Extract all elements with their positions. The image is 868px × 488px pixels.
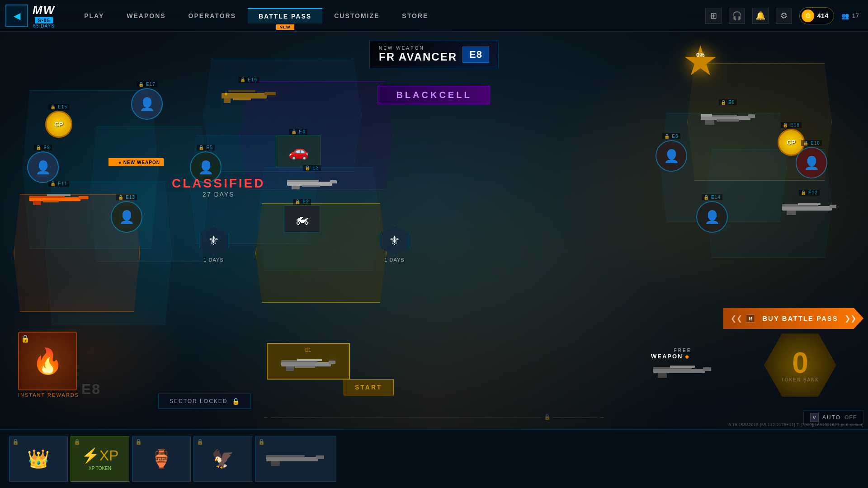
instant-rewards-area[interactable]: 🔥 🔒 INSTANT REWARDS — [18, 332, 79, 398]
nav-operators[interactable]: OPERATORS — [178, 9, 247, 23]
shield-right: ⚜ — [380, 226, 409, 255]
settings-button[interactable]: ⚙ — [776, 8, 792, 24]
nav-battle-pass[interactable]: BATTLE PASS NEW — [248, 8, 322, 23]
star-percentage: 0% — [696, 52, 705, 58]
weapon-e1 — [277, 352, 340, 375]
node-e16-label: 🔒 E16 — [781, 122, 802, 128]
node-e3[interactable]: 🔒 E3 — [280, 165, 344, 194]
auto-toggle-key: V — [810, 413, 819, 422]
node-e14[interactable]: 🔒 E14 👤 — [696, 194, 728, 233]
lock-icon-5: 🔒 — [258, 439, 265, 445]
friends-display[interactable]: 👥 17 — [841, 12, 859, 19]
svg-rect-2 — [228, 90, 255, 92]
vehicle-e2: 🏍 — [284, 206, 320, 233]
node-e11[interactable]: 🔒 E11 — [27, 181, 90, 210]
svg-rect-37 — [658, 373, 667, 378]
node-e12-label: 🔒 E12 — [799, 190, 820, 196]
nav-customize[interactable]: CUSTOMIZE — [323, 9, 390, 23]
new-weapon-tag: ◆ ● NEW WEAPON — [108, 158, 164, 166]
node-e2[interactable]: 🔒 E2 🏍 — [284, 199, 320, 233]
friends-count: 17 — [852, 12, 859, 19]
svg-point-5 — [225, 93, 227, 95]
chevron-left-icon: ❮❮ — [731, 314, 742, 323]
node-e6-label: 🔒 E6 — [662, 133, 680, 139]
game-logo: MW — [33, 3, 55, 17]
svg-rect-32 — [297, 359, 322, 361]
classified-title: CLASSIFIED — [172, 176, 265, 191]
season-badge: S•05 — [35, 17, 52, 23]
start-button[interactable]: START — [344, 379, 394, 395]
reward-icon-4: 🦅 — [212, 448, 234, 469]
node-e17-label: 🔒 E17 — [137, 81, 157, 87]
svg-rect-16 — [47, 194, 71, 196]
days-text-left: 1 DAYS — [203, 257, 223, 263]
e8-content — [696, 106, 760, 129]
days-node-right: ⚜ 1 DAYS — [380, 226, 409, 263]
node-e13[interactable]: 🔒 E13 👤 — [111, 194, 142, 233]
svg-rect-25 — [830, 205, 836, 208]
lock-icon-sector: 🔒 — [232, 398, 240, 405]
nav-right-icons: ⊞ 🎧 🔔 ⚙ ⬡ 414 👥 17 — [705, 7, 859, 24]
logo-area: MW S•05 55 DAYS — [33, 3, 55, 28]
buy-battle-pass-label: BUY BATTLE PASS — [760, 314, 841, 322]
node-e15[interactable]: 🔒 E15 CP — [45, 104, 72, 138]
svg-rect-41 — [316, 455, 324, 459]
token-bank-container: 0 TOKEN BANK — [764, 333, 845, 406]
button-key-r: R — [746, 314, 755, 323]
nav-play[interactable]: PLAY — [73, 9, 115, 23]
reward-item-3[interactable]: 🔒 🏺 — [132, 436, 191, 482]
node-e4[interactable]: 🔒 E4 🚗 — [276, 129, 321, 167]
reward-item-1[interactable]: 🔒 👑 — [9, 436, 68, 482]
operator-e10: 👤 — [796, 147, 827, 178]
reward-icon-3: 🏺 — [150, 448, 173, 469]
svg-rect-14 — [79, 196, 89, 199]
reward-item-2[interactable]: 🔒 ⚡XP XP TOKEN — [71, 436, 129, 482]
node-e1[interactable]: E1 — [267, 343, 350, 380]
nav-store[interactable]: STORE — [391, 9, 439, 23]
svg-rect-4 — [233, 98, 251, 100]
operator-e14: 👤 — [696, 201, 728, 233]
headset-button[interactable]: 🎧 — [729, 8, 745, 24]
chevron-right-icon: ❯❯ — [844, 314, 856, 323]
svg-rect-3 — [224, 99, 231, 103]
buy-battle-pass-button[interactable]: ❮❮ R BUY BATTLE PASS ❯❯ — [723, 308, 863, 329]
node-e17[interactable]: 🔒 E17 👤 — [131, 81, 163, 120]
featured-weapon-name: FR AVANCER — [379, 51, 457, 63]
grid-view-button[interactable]: ⊞ — [705, 8, 722, 24]
scroll-line-right — [552, 417, 598, 418]
node-e10[interactable]: 🔒 E10 👤 — [796, 140, 827, 178]
svg-rect-26 — [787, 211, 796, 215]
free-weapon-image — [651, 360, 714, 382]
new-badge: NEW — [276, 24, 294, 30]
svg-rect-36 — [703, 367, 711, 371]
navigation-links: PLAY WEAPONS OPERATORS BATTLE PASS NEW C… — [73, 8, 705, 23]
reward-item-4[interactable]: 🔒 🦅 — [193, 436, 252, 482]
node-e8-upper[interactable]: 🔒 E8 — [696, 99, 760, 129]
featured-weapon-label: NEW WEAPON — [379, 46, 457, 51]
notification-button[interactable]: 🔔 — [752, 8, 769, 24]
node-e15-label: 🔒 E15 — [48, 104, 69, 110]
sector-locked-text: SECTOR LOCKED — [170, 398, 227, 404]
weapon-text: WEAPON — [651, 353, 683, 360]
node-e19[interactable]: 🔒 E19 — [217, 77, 280, 106]
reward-weapon-image — [264, 448, 327, 470]
svg-rect-23 — [782, 206, 832, 211]
currency-display[interactable]: ⬡ 414 — [799, 7, 834, 24]
nav-weapons[interactable]: WEAPONS — [116, 9, 176, 23]
arrow-right: → — [599, 414, 605, 420]
featured-weapon-banner: NEW WEAPON FR AVANCER E8 — [369, 41, 499, 68]
node-e6[interactable]: 🔒 E6 👤 — [656, 133, 687, 172]
battle-pass-map: NEW WEAPON FR AVANCER E8 BLACKCELL ★ 0% … — [0, 32, 868, 488]
reward-item-5[interactable]: 🔒 — [255, 436, 336, 482]
svg-rect-11 — [701, 114, 712, 117]
weapon-e19 — [217, 84, 280, 106]
node-e2-label: 🔒 E2 — [293, 199, 311, 205]
start-label: START — [355, 384, 382, 391]
node-e3-label: 🔒 E3 — [303, 165, 321, 171]
blackcell-banner[interactable]: BLACKCELL — [377, 86, 490, 104]
back-button[interactable]: ◀ — [5, 5, 28, 27]
lock-icon-1: 🔒 — [12, 439, 19, 445]
node-e9[interactable]: 🔒 E9 👤 — [27, 145, 59, 183]
node-e12[interactable]: 🔒 E12 — [778, 190, 841, 219]
scroll-line — [271, 417, 542, 418]
